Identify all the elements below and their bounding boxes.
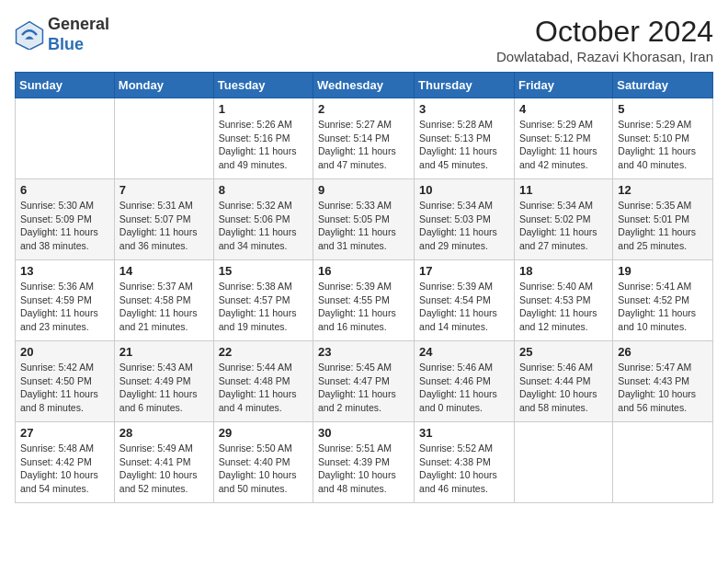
day-number: 1 [219, 102, 308, 116]
day-info: Sunrise: 5:50 AMSunset: 4:40 PMDaylight:… [219, 442, 308, 496]
day-info: Sunrise: 5:36 AMSunset: 4:59 PMDaylight:… [20, 280, 109, 334]
calendar-cell: 8Sunrise: 5:32 AMSunset: 5:06 PMDaylight… [213, 179, 313, 260]
day-number: 29 [219, 426, 308, 440]
calendar-day-header: Thursday [415, 73, 515, 98]
calendar-week-row: 1Sunrise: 5:26 AMSunset: 5:16 PMDaylight… [16, 98, 713, 179]
day-number: 27 [20, 426, 109, 440]
calendar-cell: 25Sunrise: 5:46 AMSunset: 4:44 PMDayligh… [514, 341, 612, 422]
day-number: 11 [519, 183, 608, 197]
calendar-cell [613, 422, 713, 503]
day-number: 25 [519, 345, 608, 359]
day-number: 15 [219, 264, 308, 278]
page-header: General Blue October 2024 Dowlatabad, Ra… [15, 15, 713, 64]
calendar-cell: 18Sunrise: 5:40 AMSunset: 4:53 PMDayligh… [514, 260, 612, 341]
day-number: 5 [618, 102, 708, 116]
calendar-day-header: Sunday [16, 73, 115, 98]
calendar-cell: 4Sunrise: 5:29 AMSunset: 5:12 PMDaylight… [514, 98, 612, 179]
day-info: Sunrise: 5:28 AMSunset: 5:13 PMDaylight:… [419, 118, 509, 172]
calendar-cell: 24Sunrise: 5:46 AMSunset: 4:46 PMDayligh… [415, 341, 515, 422]
day-number: 30 [318, 426, 409, 440]
day-number: 21 [119, 345, 209, 359]
calendar-cell: 19Sunrise: 5:41 AMSunset: 4:52 PMDayligh… [613, 260, 713, 341]
calendar-week-row: 20Sunrise: 5:42 AMSunset: 4:50 PMDayligh… [16, 341, 713, 422]
day-info: Sunrise: 5:41 AMSunset: 4:52 PMDaylight:… [618, 280, 708, 334]
day-number: 18 [519, 264, 608, 278]
calendar-cell: 27Sunrise: 5:48 AMSunset: 4:42 PMDayligh… [16, 422, 115, 503]
logo-general-text: General [48, 15, 109, 33]
day-number: 4 [519, 102, 608, 116]
calendar-cell: 30Sunrise: 5:51 AMSunset: 4:39 PMDayligh… [313, 422, 415, 503]
calendar-cell: 11Sunrise: 5:34 AMSunset: 5:02 PMDayligh… [514, 179, 612, 260]
calendar-cell [16, 98, 115, 179]
day-info: Sunrise: 5:39 AMSunset: 4:55 PMDaylight:… [318, 280, 409, 334]
title-block: October 2024 Dowlatabad, Razavi Khorasan… [496, 15, 713, 64]
logo-icon [15, 20, 44, 50]
day-number: 24 [419, 345, 509, 359]
day-info: Sunrise: 5:37 AMSunset: 4:58 PMDaylight:… [119, 280, 209, 334]
calendar-week-row: 27Sunrise: 5:48 AMSunset: 4:42 PMDayligh… [16, 422, 713, 503]
day-number: 7 [119, 183, 209, 197]
day-number: 22 [219, 345, 308, 359]
day-number: 19 [618, 264, 708, 278]
calendar-day-header: Friday [514, 73, 612, 98]
calendar-cell: 14Sunrise: 5:37 AMSunset: 4:58 PMDayligh… [114, 260, 213, 341]
day-info: Sunrise: 5:44 AMSunset: 4:48 PMDaylight:… [219, 361, 308, 415]
day-info: Sunrise: 5:31 AMSunset: 5:07 PMDaylight:… [119, 199, 209, 253]
logo: General Blue [15, 15, 109, 54]
day-info: Sunrise: 5:47 AMSunset: 4:43 PMDaylight:… [618, 361, 708, 415]
calendar-cell: 26Sunrise: 5:47 AMSunset: 4:43 PMDayligh… [613, 341, 713, 422]
calendar-week-row: 13Sunrise: 5:36 AMSunset: 4:59 PMDayligh… [16, 260, 713, 341]
calendar-cell [514, 422, 612, 503]
day-info: Sunrise: 5:38 AMSunset: 4:57 PMDaylight:… [219, 280, 308, 334]
calendar-cell: 29Sunrise: 5:50 AMSunset: 4:40 PMDayligh… [213, 422, 313, 503]
calendar-cell: 20Sunrise: 5:42 AMSunset: 4:50 PMDayligh… [16, 341, 115, 422]
day-info: Sunrise: 5:29 AMSunset: 5:12 PMDaylight:… [519, 118, 608, 172]
day-number: 20 [20, 345, 109, 359]
calendar-cell: 28Sunrise: 5:49 AMSunset: 4:41 PMDayligh… [114, 422, 213, 503]
day-info: Sunrise: 5:48 AMSunset: 4:42 PMDaylight:… [20, 442, 109, 496]
day-number: 6 [20, 183, 109, 197]
calendar-week-row: 6Sunrise: 5:30 AMSunset: 5:09 PMDaylight… [16, 179, 713, 260]
calendar-day-header: Monday [114, 73, 213, 98]
calendar-cell: 6Sunrise: 5:30 AMSunset: 5:09 PMDaylight… [16, 179, 115, 260]
day-info: Sunrise: 5:30 AMSunset: 5:09 PMDaylight:… [20, 199, 109, 253]
day-info: Sunrise: 5:42 AMSunset: 4:50 PMDaylight:… [20, 361, 109, 415]
calendar-cell: 7Sunrise: 5:31 AMSunset: 5:07 PMDaylight… [114, 179, 213, 260]
day-info: Sunrise: 5:52 AMSunset: 4:38 PMDaylight:… [419, 442, 509, 496]
day-number: 28 [119, 426, 209, 440]
calendar-day-header: Wednesday [313, 73, 415, 98]
day-info: Sunrise: 5:46 AMSunset: 4:44 PMDaylight:… [519, 361, 608, 415]
day-number: 2 [318, 102, 409, 116]
day-info: Sunrise: 5:51 AMSunset: 4:39 PMDaylight:… [318, 442, 409, 496]
day-number: 9 [318, 183, 409, 197]
day-number: 31 [419, 426, 509, 440]
calendar-cell: 15Sunrise: 5:38 AMSunset: 4:57 PMDayligh… [213, 260, 313, 341]
location-text: Dowlatabad, Razavi Khorasan, Iran [496, 49, 713, 64]
calendar-cell: 1Sunrise: 5:26 AMSunset: 5:16 PMDaylight… [213, 98, 313, 179]
day-info: Sunrise: 5:34 AMSunset: 5:02 PMDaylight:… [519, 199, 608, 253]
calendar-cell [114, 98, 213, 179]
day-info: Sunrise: 5:26 AMSunset: 5:16 PMDaylight:… [219, 118, 308, 172]
day-info: Sunrise: 5:29 AMSunset: 5:10 PMDaylight:… [618, 118, 708, 172]
day-number: 8 [219, 183, 308, 197]
day-info: Sunrise: 5:46 AMSunset: 4:46 PMDaylight:… [419, 361, 509, 415]
calendar-header: SundayMondayTuesdayWednesdayThursdayFrid… [16, 73, 713, 98]
day-info: Sunrise: 5:45 AMSunset: 4:47 PMDaylight:… [318, 361, 409, 415]
calendar-cell: 22Sunrise: 5:44 AMSunset: 4:48 PMDayligh… [213, 341, 313, 422]
day-info: Sunrise: 5:39 AMSunset: 4:54 PMDaylight:… [419, 280, 509, 334]
day-number: 17 [419, 264, 509, 278]
calendar-day-header: Tuesday [213, 73, 313, 98]
day-info: Sunrise: 5:35 AMSunset: 5:01 PMDaylight:… [618, 199, 708, 253]
calendar-cell: 5Sunrise: 5:29 AMSunset: 5:10 PMDaylight… [613, 98, 713, 179]
day-info: Sunrise: 5:34 AMSunset: 5:03 PMDaylight:… [419, 199, 509, 253]
day-number: 26 [618, 345, 708, 359]
day-info: Sunrise: 5:40 AMSunset: 4:53 PMDaylight:… [519, 280, 608, 334]
day-info: Sunrise: 5:33 AMSunset: 5:05 PMDaylight:… [318, 199, 409, 253]
calendar-table: SundayMondayTuesdayWednesdayThursdayFrid… [15, 72, 713, 503]
day-number: 3 [419, 102, 509, 116]
month-year-title: October 2024 [496, 15, 713, 49]
day-number: 23 [318, 345, 409, 359]
day-info: Sunrise: 5:32 AMSunset: 5:06 PMDaylight:… [219, 199, 308, 253]
day-number: 16 [318, 264, 409, 278]
calendar-cell: 17Sunrise: 5:39 AMSunset: 4:54 PMDayligh… [415, 260, 515, 341]
